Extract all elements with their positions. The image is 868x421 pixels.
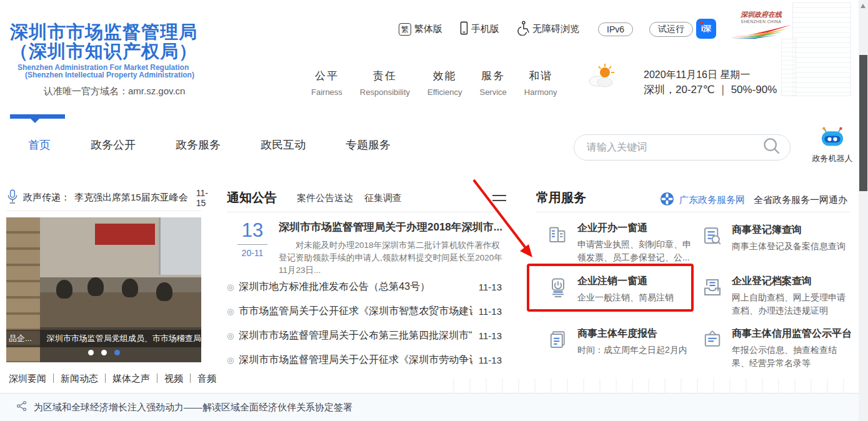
- mobile-version-link[interactable]: 手机版: [460, 21, 499, 37]
- bullet-icon: ◎: [227, 355, 234, 365]
- scrollbar-thumb[interactable]: [859, 55, 867, 191]
- carousel-dot-1[interactable]: [88, 350, 94, 355]
- photo-decor: [156, 282, 172, 301]
- notice-row[interactable]: ◎ 深圳市市场监督管理局关于公开征求《深圳市劳动争议调... 11-13: [227, 348, 502, 372]
- search-icon[interactable]: [762, 137, 781, 158]
- rainbow-wing-icon: [730, 24, 792, 40]
- voice-news-bar: 政声传递： 李克强出席第15届东亚峰会 11-15: [6, 187, 201, 211]
- shenzhen-china-logo: 深圳政府在线 SHENZHEN CHINA: [730, 10, 792, 42]
- featured-notice-summary: 对未能及时办理2018年深圳市第二批计算机软件著作权登记资助领款手续的申请人,领…: [279, 239, 504, 277]
- i-shenzhen-app-icon[interactable]: i深: [696, 19, 716, 39]
- shenzhen-china-logo-text: 深圳政府在线: [730, 10, 792, 19]
- gov-robot-button[interactable]: 政务机器人: [810, 127, 855, 164]
- link-audio[interactable]: 音频: [191, 374, 223, 383]
- app-icon-dot: [700, 21, 703, 24]
- value-efficiency: 效能Efficiency: [427, 69, 462, 97]
- robot-icon: [819, 141, 846, 151]
- value-fairness: 公平Fairness: [311, 69, 342, 97]
- core-values: 公平Fairness 责任Responsibility 效能Efficiency…: [311, 69, 557, 97]
- carousel-caption[interactable]: 深圳市市场监管局党组成员、市市场稽查局局: [47, 333, 201, 344]
- value-harmony: 和谐Harmony: [524, 69, 557, 97]
- trial-run-badge[interactable]: 试运行: [649, 22, 693, 37]
- notices-more-icon[interactable]: [492, 195, 506, 205]
- notices-tab-surveys[interactable]: 征集调查: [364, 192, 402, 204]
- service-item-registry-search[interactable]: 商事登记簿查询 商事主体登记及备案信息查询: [701, 224, 848, 253]
- services-section-title: 常用服务: [536, 189, 586, 206]
- carousel-dot-3-active[interactable]: [114, 350, 120, 355]
- divider: [237, 244, 267, 245]
- notice-title: 市市场监管局关于公开征求《深圳市智慧农贸市场建设管...: [239, 305, 472, 318]
- active-tab-indicator: [10, 114, 65, 119]
- building-sketch-decor: [781, 39, 796, 96]
- nav-item-special[interactable]: 专题服务: [346, 137, 391, 152]
- notices-tab-case-announcements[interactable]: 案件公告送达: [297, 192, 353, 204]
- featured-notice[interactable]: 13 20-11 深圳市市场监督管理局关于办理2018年深圳市... 对未能及时…: [236, 220, 504, 277]
- nav-item-interaction[interactable]: 政民互动: [261, 137, 306, 152]
- notice-title: 深圳市市场监督管理局关于公布第三批第四批深圳市“放...: [239, 329, 472, 342]
- utility-bar: 繁 繁体版 手机版 无障碍浏览 IPv6 试运行: [399, 21, 693, 37]
- service-item-annual-report[interactable]: 商事主体年度报告 时间：成立周年之日起2月内: [547, 327, 694, 357]
- notice-row[interactable]: ◎ 市市场监管局关于公开征求《深圳市智慧农贸市场建设管... 11-13: [227, 299, 502, 324]
- voice-label: 政声传递：: [23, 192, 70, 204]
- link-news-updates[interactable]: 新闻动态: [54, 374, 106, 383]
- photo-decor: [95, 224, 155, 245]
- nav-item-gov-services[interactable]: 政务服务: [176, 137, 221, 152]
- notice-date: 11-13: [479, 282, 502, 292]
- notice-title: 深圳市地方标准批准发布公告（总第43号）: [239, 280, 472, 294]
- link-shenzhen-news[interactable]: 深圳要闻: [7, 374, 54, 383]
- site-logo-title2: （深圳市知识产权局）: [10, 39, 197, 64]
- service-item-credit-platform[interactable]: 商事主体信用监管公示平台 年报公示信息、抽查检查结果、经营异常名录等: [701, 327, 852, 370]
- phone-icon: [460, 21, 468, 37]
- ipv6-badge[interactable]: IPv6: [598, 22, 633, 36]
- scrollbar-up-arrow[interactable]: [861, 4, 866, 8]
- guangdong-portal-link: 广东政务服务网 全省政务服务一网通办: [660, 192, 847, 209]
- featured-notice-date: 13 20-11: [236, 220, 269, 277]
- service-name: 商事主体信用监管公示平台: [732, 327, 852, 340]
- divider: [227, 212, 502, 212]
- service-item-business-deregistration[interactable]: 企业注销一窗通 企业一般注销、简易注销: [547, 275, 694, 304]
- service-item-business-opening[interactable]: 企业开办一窗通 申请营业执照、刻制印章、申领发票、员工参保登记、公...: [547, 222, 694, 264]
- photo-decor: [87, 277, 104, 296]
- weather-icon: [586, 62, 616, 91]
- traditional-version-link[interactable]: 繁 繁体版: [399, 23, 442, 36]
- current-date: 2020年11月16日 星期一: [644, 69, 750, 82]
- carousel-image[interactable]: 品企... 深圳市市场监管局党组成员、市市场稽查局局: [6, 217, 201, 362]
- photo-decor: [122, 279, 138, 297]
- search-input[interactable]: [587, 142, 762, 153]
- notice-date: 11-13: [479, 355, 502, 365]
- accessibility-link[interactable]: 无障碍浏览: [517, 21, 579, 37]
- share-icon: [16, 400, 27, 414]
- link-video[interactable]: 视频: [157, 374, 191, 383]
- service-item-archive-search[interactable]: 企业登记档案查询 网上自助查档、网上受理申请查档、办理违法违规证明: [701, 275, 848, 317]
- photo-decor: [56, 280, 72, 299]
- active-tab-arrow: [31, 119, 39, 123]
- notice-row[interactable]: ◎ 深圳市地方标准批准发布公告（总第43号） 11-13: [227, 275, 502, 299]
- value-responsibility: 责任Responsibility: [360, 69, 410, 97]
- news-category-links: 深圳要闻 新闻动态 媒体之声 视频 音频: [7, 374, 223, 383]
- carousel-caption-bar: 品企... 深圳市市场监管局党组成员、市市场稽查局局: [6, 330, 201, 347]
- featured-month: 20-11: [236, 248, 269, 258]
- featured-notice-title[interactable]: 深圳市市场监督管理局关于办理2018年深圳市...: [279, 220, 504, 234]
- carousel-dot-2[interactable]: [101, 350, 107, 355]
- board-icon: [701, 329, 724, 351]
- service-name: 企业注销一窗通: [577, 275, 694, 288]
- link-media-voice[interactable]: 媒体之声: [106, 374, 157, 383]
- voice-headline[interactable]: 李克强出席第15届东亚峰会: [74, 192, 188, 204]
- robot-label: 政务机器人: [810, 153, 855, 164]
- flower-icon: [660, 192, 674, 209]
- notice-date: 11-13: [479, 306, 502, 317]
- traditional-label: 繁体版: [414, 23, 442, 35]
- portal-name[interactable]: 广东政务服务网: [679, 194, 745, 206]
- nav-item-home[interactable]: 首页: [28, 137, 51, 152]
- notice-row[interactable]: ◎ 深圳市市场监督管理局关于公布第三批第四批深圳市“放... 11-13: [227, 324, 502, 348]
- service-desc: 商事主体登记及备案信息查询: [732, 240, 848, 253]
- ticker-text[interactable]: 为区域和全球经济增长注入强劲动力——解读区域全面经济伙伴关系协定签署: [34, 402, 352, 414]
- scrollbar-track: [859, 0, 868, 421]
- service-name: 商事登记簿查询: [732, 224, 848, 237]
- bullet-icon: ◎: [227, 282, 234, 292]
- divider: [536, 212, 850, 212]
- nav-item-gov-info[interactable]: 政务公开: [91, 137, 136, 152]
- carousel-caption-prev[interactable]: 品企...: [9, 333, 32, 344]
- notice-title: 深圳市市场监督管理局关于公开征求《深圳市劳动争议调...: [239, 354, 472, 367]
- ledger-search-icon: [701, 225, 724, 247]
